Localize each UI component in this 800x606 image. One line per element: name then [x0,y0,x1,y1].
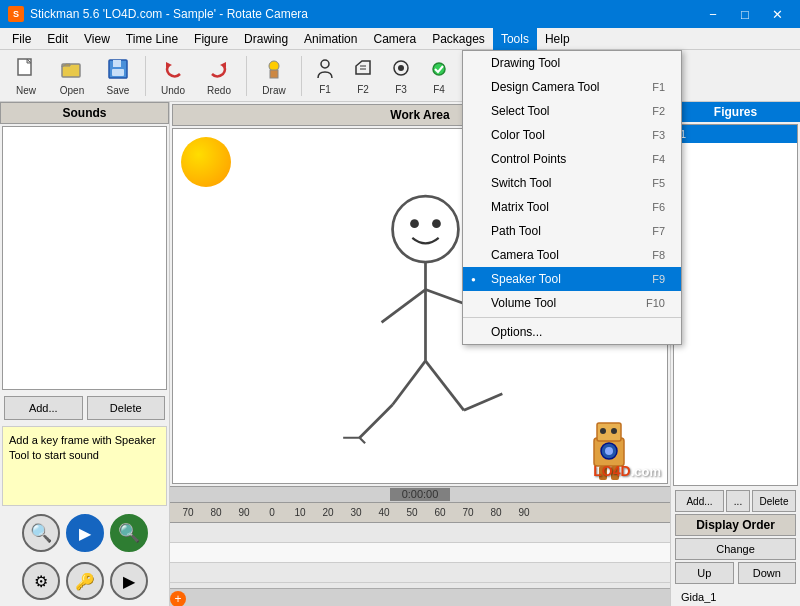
design-camera-tool-label: Design Camera Tool [491,80,600,94]
redo-button[interactable]: Redo [197,53,241,99]
search-button-1[interactable]: 🔍 [22,514,60,552]
figures-list[interactable]: 1 [673,124,798,486]
open-button[interactable]: Open [50,53,94,99]
draw-icon [260,55,288,83]
tracks-content [170,523,670,588]
new-label: New [16,85,36,96]
sounds-list[interactable] [2,126,167,390]
ruler-mark: 40 [370,507,398,518]
figures-panel: Figures 1 Add... ... Delete Display Orde… [670,102,800,606]
menu-animation[interactable]: Animation [296,28,365,50]
menu-help[interactable]: Help [537,28,578,50]
maximize-button[interactable]: □ [730,0,760,28]
display-order-down-button[interactable]: Down [738,562,797,584]
dropdown-speaker-tool[interactable]: ● Speaker Tool F9 [463,267,681,291]
svg-point-12 [398,65,404,71]
figures-delete-button[interactable]: Delete [752,490,796,512]
svg-point-17 [410,219,419,228]
figures-header: Figures [671,102,800,122]
dropdown-switch-tool[interactable]: Switch Tool F5 [463,171,681,195]
track-row[interactable] [170,543,670,563]
switch-tool-shortcut: F5 [652,177,665,189]
dropdown-camera-tool[interactable]: Camera Tool F8 [463,243,681,267]
figures-add-button[interactable]: Add... [675,490,724,512]
dropdown-volume-tool[interactable]: Volume Tool F10 [463,291,681,315]
display-order-header: Display Order [675,514,796,536]
timeline-bottom-row: + [170,588,670,606]
display-order-up-button[interactable]: Up [675,562,734,584]
menu-figure[interactable]: Figure [186,28,236,50]
volume-tool-label: Volume Tool [491,296,556,310]
ruler-mark: 90 [230,507,258,518]
menu-drawing[interactable]: Drawing [236,28,296,50]
ruler-mark: 80 [202,507,230,518]
f2-button[interactable]: F2 [345,53,381,99]
dropdown-options[interactable]: Options... [463,320,681,344]
minimize-button[interactable]: − [698,0,728,28]
undo-icon [159,55,187,83]
figure-list-item-1[interactable]: 1 [674,125,797,143]
matrix-tool-shortcut: F6 [652,201,665,213]
ruler-mark: 10 [286,507,314,518]
add-frame-button[interactable]: + [170,591,186,606]
forward-button[interactable]: ▶ [110,562,148,600]
menu-camera[interactable]: Camera [365,28,424,50]
save-button[interactable]: Save [96,53,140,99]
svg-point-18 [432,219,441,228]
timeline-slider[interactable]: 0:00:00 [170,487,670,503]
menu-view[interactable]: View [76,28,118,50]
figures-dots-button[interactable]: ... [726,490,750,512]
menu-timeline[interactable]: Time Line [118,28,186,50]
app-icon: S [8,6,24,22]
ruler-mark: 0 [258,507,286,518]
path-tool-label: Path Tool [491,224,541,238]
ruler-mark: 90 [510,507,538,518]
track-row[interactable] [170,563,670,583]
settings-button[interactable]: ⚙ [22,562,60,600]
dropdown-path-tool[interactable]: Path Tool F7 [463,219,681,243]
volume-tool-shortcut: F10 [646,297,665,309]
redo-icon [205,55,233,83]
f3-icon [388,56,414,82]
f2-label: F2 [357,84,369,95]
display-order-change-button[interactable]: Change [675,538,796,560]
svg-point-10 [321,60,329,68]
track-row[interactable] [170,523,670,543]
undo-button[interactable]: Undo [151,53,195,99]
menu-packages[interactable]: Packages [424,28,493,50]
dropdown-matrix-tool[interactable]: Matrix Tool F6 [463,195,681,219]
new-button[interactable]: New [4,53,48,99]
path-tool-shortcut: F7 [652,225,665,237]
search-button-2[interactable]: 🔍 [110,514,148,552]
open-icon [58,55,86,83]
timeline-thumb[interactable] [390,488,450,501]
camera-tool-shortcut: F8 [652,249,665,261]
window-title: Stickman 5.6 'LO4D.com - Sample' - Rotat… [30,7,308,21]
svg-point-16 [393,196,459,262]
sounds-panel: Sounds Add... Delete Add a key frame wit… [0,102,170,606]
f1-button[interactable]: F1 [307,53,343,99]
save-icon [104,55,132,83]
menu-tools[interactable]: Tools [493,28,537,50]
close-button[interactable]: ✕ [762,0,792,28]
dropdown-color-tool[interactable]: Color Tool F3 [463,123,681,147]
dropdown-control-points[interactable]: Control Points F4 [463,147,681,171]
color-tool-label: Color Tool [491,128,545,142]
ruler-mark: 70 [454,507,482,518]
drawing-tool-label: Drawing Tool [491,56,560,70]
f3-button[interactable]: F3 [383,53,419,99]
dropdown-drawing-tool[interactable]: Drawing Tool [463,51,681,75]
menu-edit[interactable]: Edit [39,28,76,50]
draw-button[interactable]: Draw [252,53,296,99]
f2-icon [350,56,376,82]
sounds-add-button[interactable]: Add... [4,396,83,420]
play-button[interactable]: ▶ [66,514,104,552]
f4-button[interactable]: F4 [421,53,457,99]
sounds-delete-button[interactable]: Delete [87,396,166,420]
dropdown-select-tool[interactable]: Select Tool F2 [463,99,681,123]
figure-item[interactable]: Gida_1 [675,588,796,606]
menu-file[interactable]: File [4,28,39,50]
speaker-tool-label: Speaker Tool [491,272,561,286]
dropdown-design-camera-tool[interactable]: Design Camera Tool F1 [463,75,681,99]
key-button[interactable]: 🔑 [66,562,104,600]
